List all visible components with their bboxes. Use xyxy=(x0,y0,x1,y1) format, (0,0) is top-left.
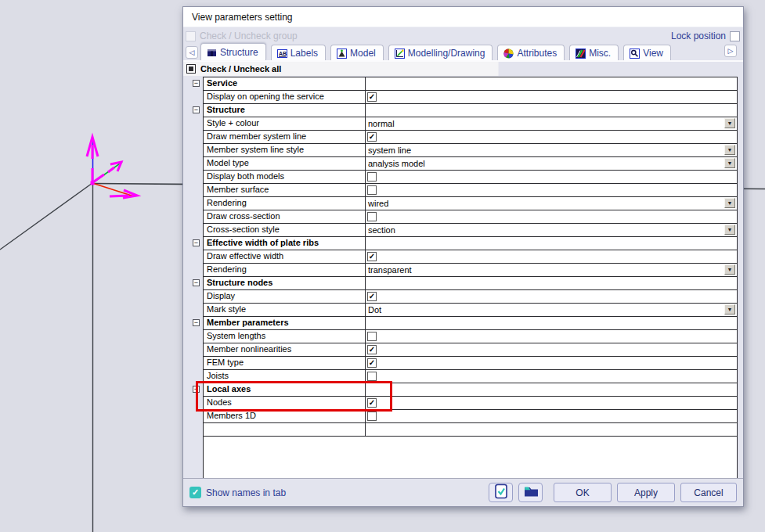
param-label: Style + colour xyxy=(204,117,366,130)
param-label: Rendering xyxy=(204,264,366,276)
param-row[interactable]: Service xyxy=(204,77,737,91)
dropdown-arrow-button[interactable] xyxy=(724,158,735,168)
param-label: Structure xyxy=(204,104,366,117)
param-row[interactable]: Member system line stylesystem line xyxy=(204,144,737,157)
dropdown-value: analysis model xyxy=(366,159,425,168)
tab-scroll-right-button[interactable] xyxy=(724,45,737,57)
param-row[interactable]: Cross-section stylesection xyxy=(204,224,737,237)
param-label: Member system line style xyxy=(204,144,366,156)
modelling-drawing-icon xyxy=(395,49,405,59)
tree-collapse-icon[interactable] xyxy=(193,319,200,326)
param-row[interactable]: Renderingwired xyxy=(204,197,737,210)
param-label: Model type xyxy=(204,157,366,170)
param-row[interactable]: Display xyxy=(204,290,737,304)
dropdown-arrow-button[interactable] xyxy=(724,145,735,155)
group-options-row: Check / Uncheck group Lock position xyxy=(183,27,743,45)
param-value-cell xyxy=(366,91,737,103)
attributes-icon xyxy=(503,49,514,59)
param-row[interactable]: FEM type xyxy=(204,357,737,370)
tab-modelling-drawing[interactable]: Modelling/Drawing xyxy=(388,45,493,60)
tree-collapse-icon[interactable] xyxy=(193,80,200,87)
param-row[interactable]: Nodes xyxy=(204,397,737,410)
param-row[interactable]: System lengths xyxy=(204,330,737,343)
param-label: Member nonlinearities xyxy=(204,343,366,356)
show-names-checkbox[interactable] xyxy=(189,487,201,498)
param-row[interactable]: Structure nodes xyxy=(204,277,737,290)
param-checkbox[interactable] xyxy=(367,252,377,261)
tree-collapse-icon[interactable] xyxy=(193,239,200,246)
misc-icon xyxy=(576,49,586,59)
check-uncheck-group-checkbox xyxy=(186,31,196,41)
param-row[interactable]: Joists xyxy=(204,370,737,383)
tab-model[interactable]: Model xyxy=(330,45,384,60)
param-label: Rendering xyxy=(204,197,366,210)
lock-position-label: Lock position xyxy=(671,31,726,41)
param-row[interactable]: Member parameters xyxy=(204,317,737,330)
param-row[interactable]: Style + colournormal xyxy=(204,117,737,131)
tab-label: Structure xyxy=(220,47,258,58)
dropdown-arrow-button[interactable] xyxy=(724,225,735,235)
tree-collapse-icon[interactable] xyxy=(193,386,200,393)
param-row[interactable]: Members 1D xyxy=(204,410,737,423)
param-value-cell xyxy=(366,343,737,356)
param-row[interactable]: Display both models xyxy=(204,171,737,184)
cancel-button[interactable]: Cancel xyxy=(680,483,737,502)
param-label: FEM type xyxy=(204,357,366,369)
tab-attributes[interactable]: Attributes xyxy=(497,45,565,60)
tab-structure[interactable]: Structure xyxy=(200,43,266,60)
param-row[interactable]: Draw effective width xyxy=(204,250,737,264)
check-uncheck-all-row[interactable]: Check / Uncheck all xyxy=(183,62,743,76)
param-checkbox[interactable] xyxy=(367,398,377,408)
param-value-cell xyxy=(366,290,737,303)
dialog-titlebar[interactable]: View parameters setting xyxy=(183,7,743,27)
param-checkbox[interactable] xyxy=(367,185,377,195)
param-checkbox[interactable] xyxy=(367,358,377,368)
param-checkbox[interactable] xyxy=(367,332,377,341)
tab-misc-[interactable]: Misc. xyxy=(569,45,619,60)
tab-label: View xyxy=(643,48,663,59)
param-row[interactable]: Effective width of plate ribs xyxy=(204,237,737,250)
param-checkbox[interactable] xyxy=(367,292,377,301)
param-checkbox[interactable] xyxy=(367,412,377,421)
node-dot xyxy=(91,182,95,185)
tab-labels[interactable]: ABLabels xyxy=(271,45,326,60)
param-row[interactable]: Display on opening the service xyxy=(204,91,737,104)
tree-collapse-icon[interactable] xyxy=(193,106,200,113)
open-folder-button[interactable] xyxy=(518,483,543,502)
param-checkbox[interactable] xyxy=(367,345,377,354)
param-checkbox[interactable] xyxy=(367,372,377,381)
tree-collapse-icon[interactable] xyxy=(193,279,200,286)
dropdown-arrow-button[interactable] xyxy=(724,304,735,315)
axis-x-line xyxy=(92,183,134,196)
dropdown-arrow-button[interactable] xyxy=(724,264,735,275)
param-checkbox[interactable] xyxy=(367,132,377,142)
tab-scroll-left-button[interactable] xyxy=(186,46,198,59)
param-value-cell xyxy=(366,330,737,343)
param-row[interactable] xyxy=(204,423,737,437)
lock-position-checkbox[interactable] xyxy=(730,31,740,41)
param-row[interactable]: Model typeanalysis model xyxy=(204,157,737,171)
ok-button[interactable]: OK xyxy=(554,483,612,502)
param-checkbox[interactable] xyxy=(367,212,377,221)
check-document-button[interactable] xyxy=(489,483,513,502)
param-row[interactable]: Structure xyxy=(204,104,737,117)
param-row[interactable]: Draw member system line xyxy=(204,131,737,144)
tab-view[interactable]: View xyxy=(623,45,671,60)
tab-label: Misc. xyxy=(589,48,611,59)
param-label: Mark style xyxy=(204,304,366,316)
apply-button[interactable]: Apply xyxy=(617,483,675,502)
check-uncheck-all-icon[interactable] xyxy=(186,64,196,74)
param-value-cell xyxy=(366,370,737,383)
dropdown-arrow-button[interactable] xyxy=(724,118,735,128)
param-row[interactable]: Renderingtransparent xyxy=(204,264,737,277)
param-row[interactable]: Member surface xyxy=(204,184,737,197)
param-row[interactable]: Member nonlinearities xyxy=(204,343,737,357)
param-checkbox[interactable] xyxy=(367,172,377,182)
param-value-cell: system line xyxy=(366,144,737,156)
param-row[interactable]: Mark styleDot xyxy=(204,304,737,317)
param-row[interactable]: Local axes xyxy=(204,383,737,397)
dropdown-arrow-button[interactable] xyxy=(724,198,735,208)
param-row[interactable]: Draw cross-section xyxy=(204,210,737,224)
param-label: Service xyxy=(204,77,366,90)
param-checkbox[interactable] xyxy=(367,92,377,102)
